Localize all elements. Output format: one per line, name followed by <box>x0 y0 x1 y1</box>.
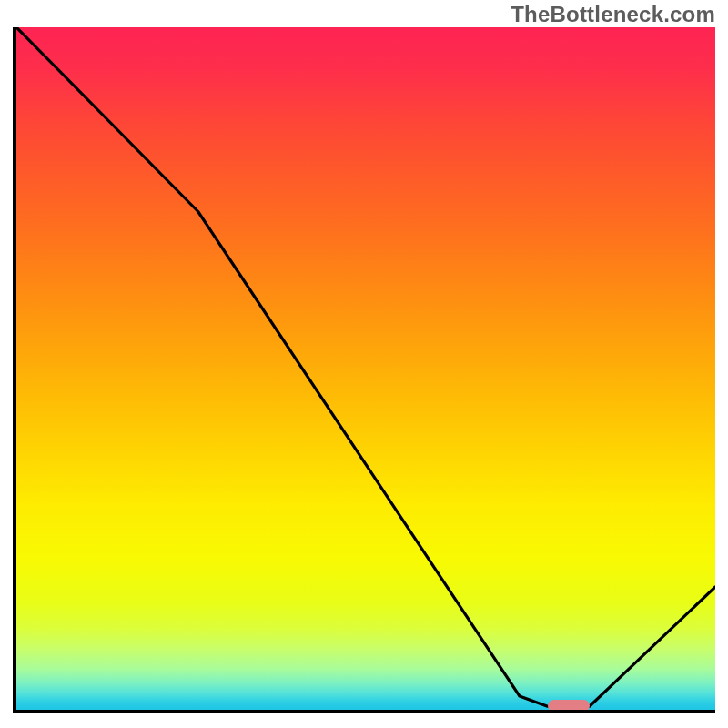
bottleneck-curve <box>16 27 715 710</box>
chart-container: TheBottleneck.com <box>0 0 728 728</box>
plot-area <box>13 27 715 713</box>
watermark-text: TheBottleneck.com <box>511 2 715 27</box>
optimal-marker <box>548 700 590 712</box>
curve-path <box>16 27 715 706</box>
